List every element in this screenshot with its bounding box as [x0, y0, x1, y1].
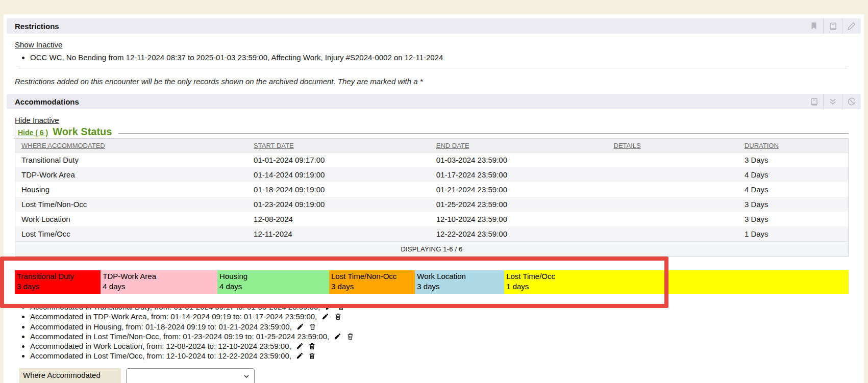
table-footer-row: DISPLAYING 1-6 / 6 — [15, 242, 849, 257]
restrictions-section: Restrictions Show Inactive OCC WC, No Be… — [7, 18, 861, 86]
cell-start: 01-18-2024 09:19:00 — [247, 182, 430, 197]
cell-start: 01-23-2024 09:19:00 — [247, 197, 430, 212]
cell-where: Work Location — [15, 212, 248, 226]
segment-label: Housing — [219, 271, 329, 282]
accommodations-section: Accommodations Hide Inactive Hide ( 6 ) … — [7, 94, 861, 383]
edit-icon[interactable] — [296, 323, 304, 330]
cell-where: Lost Time/Non-Occ — [15, 197, 248, 212]
accommodations-toolbar — [805, 94, 861, 109]
delete-icon[interactable] — [308, 342, 316, 350]
column-header-start-date[interactable]: START DATE — [247, 139, 430, 152]
segment-days: 3 days — [17, 282, 101, 292]
where-accommodated-select[interactable] — [126, 368, 255, 383]
cell-duration: 3 Days — [738, 197, 849, 212]
edit-icon[interactable] — [296, 352, 304, 360]
cell-details — [608, 197, 738, 212]
cell-where: Housing — [15, 182, 248, 197]
bookmark-icon[interactable] — [805, 18, 823, 34]
table-row: TDP-Work Area 01-14-2024 09:19:00 01-17-… — [15, 167, 849, 182]
table-row: Housing 01-18-2024 09:19:00 01-21-2024 2… — [15, 182, 849, 197]
restrictions-note: Restrictions added on this encounter wil… — [15, 77, 861, 86]
segment-days: 3 days — [331, 282, 415, 292]
segment-label: TDP-Work Area — [103, 271, 217, 282]
collapse-icon[interactable] — [824, 94, 842, 109]
work-status-table: WHERE ACCOMMODATED START DATE END DATE D… — [15, 138, 849, 257]
entry-text: Accommodated in Lost Time/Occ, from: 12-… — [30, 351, 291, 360]
delete-icon[interactable] — [309, 323, 316, 330]
cell-end: 01-17-2024 23:59:00 — [430, 167, 608, 182]
work-status-legend: Hide ( 6 ) Work Status — [15, 126, 861, 138]
column-header-end-date[interactable]: END DATE — [430, 139, 608, 152]
entry-text: Accommodated in Transitional Duty, from:… — [30, 302, 320, 311]
divider — [18, 68, 848, 68]
cell-details — [608, 152, 738, 168]
work-status-title: Work Status — [53, 126, 112, 138]
delete-icon[interactable] — [334, 313, 342, 320]
column-header-duration[interactable]: DURATION — [738, 139, 849, 152]
edit-icon[interactable] — [296, 342, 304, 350]
delete-icon[interactable] — [346, 333, 354, 340]
hide-count-link[interactable]: Hide ( 6 ) — [18, 129, 48, 137]
segment-days: 3 days — [417, 282, 504, 292]
timeline-segment: Lost Time/Non-Occ 3 days — [329, 270, 415, 294]
edit-icon[interactable] — [842, 18, 861, 34]
entry-text: Accommodated in Lost Time/Non-Occ, from:… — [30, 332, 329, 341]
segment-label: Lost Time/Non-Occ — [331, 271, 415, 282]
disable-icon[interactable] — [842, 94, 861, 109]
accommodations-title: Accommodations — [15, 97, 79, 106]
delete-icon[interactable] — [337, 303, 345, 311]
cell-details — [608, 167, 738, 182]
column-header-details[interactable]: DETAILS — [608, 139, 738, 152]
table-row: Lost Time/Non-Occ 01-23-2024 09:19:00 01… — [15, 197, 849, 212]
cell-start: 12-11-2024 — [247, 226, 430, 242]
segment-days: 1 days — [506, 282, 849, 292]
delete-icon[interactable] — [308, 352, 316, 360]
cell-duration: 4 Days — [738, 182, 849, 197]
cell-start: 12-08-2024 — [247, 212, 430, 226]
column-header-where-accommodated[interactable]: WHERE ACCOMMODATED — [15, 139, 248, 152]
table-row: Transitional Duty 01-01-2024 09:17:00 01… — [15, 152, 849, 168]
cell-end: 12-22-2024 23:59:00 — [430, 226, 608, 242]
chevron-down-icon — [243, 372, 250, 381]
journal-icon[interactable] — [805, 94, 823, 109]
entry-text: Accommodated in Work Location, from: 12-… — [30, 342, 291, 350]
list-item: Accommodated in TDP-Work Area, from: 01-… — [30, 312, 861, 321]
timeline-segment: Work Location 3 days — [415, 270, 504, 294]
restrictions-list: OCC WC, No Bending from 12-11-2024 08:37… — [7, 53, 861, 63]
cell-details — [608, 182, 738, 197]
timeline-segment: TDP-Work Area 4 days — [101, 270, 217, 294]
cell-start: 01-01-2024 09:17:00 — [247, 152, 430, 168]
restriction-item: OCC WC, No Bending from 12-11-2024 08:37… — [30, 53, 861, 63]
add-accommodation-form: Where Accommodated — [19, 368, 861, 383]
timeline-segment: Housing 4 days — [217, 270, 329, 294]
cell-end: 01-03-2024 23:59:00 — [430, 152, 608, 168]
table-row: Work Location 12-08-2024 12-10-2024 23:5… — [15, 212, 849, 226]
hide-inactive-link[interactable]: Hide Inactive — [15, 116, 59, 124]
cell-details — [608, 226, 738, 242]
segment-days: 4 days — [103, 282, 217, 292]
cell-end: 01-25-2024 23:59:00 — [430, 197, 608, 212]
edit-icon[interactable] — [321, 313, 329, 320]
journal-icon[interactable] — [824, 18, 842, 34]
restrictions-title: Restrictions — [15, 22, 59, 31]
cell-start: 01-14-2024 09:19:00 — [247, 167, 430, 182]
cell-duration: 1 Days — [738, 226, 849, 242]
show-inactive-link[interactable]: Show Inactive — [15, 40, 62, 49]
list-item: Accommodated in Lost Time/Occ, from: 12-… — [30, 351, 861, 361]
entry-text: Accommodated in TDP-Work Area, from: 01-… — [30, 312, 317, 321]
table-header-row: WHERE ACCOMMODATED START DATE END DATE D… — [15, 139, 849, 152]
cell-end: 12-10-2024 23:59:00 — [430, 212, 608, 226]
content-panel: Restrictions Show Inactive OCC WC, No Be… — [4, 14, 864, 383]
segment-days: 4 days — [219, 282, 329, 292]
edit-icon[interactable] — [334, 333, 341, 340]
edit-icon[interactable] — [325, 303, 333, 311]
where-accommodated-label: Where Accommodated — [19, 368, 121, 383]
cell-where: Lost Time/Occ — [15, 226, 248, 242]
restrictions-toolbar — [805, 18, 861, 34]
displaying-count: DISPLAYING 1-6 / 6 — [15, 242, 849, 257]
segment-label: Transitional Duty — [17, 271, 101, 282]
accommodation-entries-list: Accommodated in Transitional Duty, from:… — [7, 302, 861, 361]
accommodation-timeline-bar: Transitional Duty 3 days TDP-Work Area 4… — [15, 270, 849, 294]
list-item: Accommodated in Housing, from: 01-18-202… — [30, 322, 861, 331]
table-row: Lost Time/Occ 12-11-2024 12-22-2024 23:5… — [15, 226, 849, 242]
